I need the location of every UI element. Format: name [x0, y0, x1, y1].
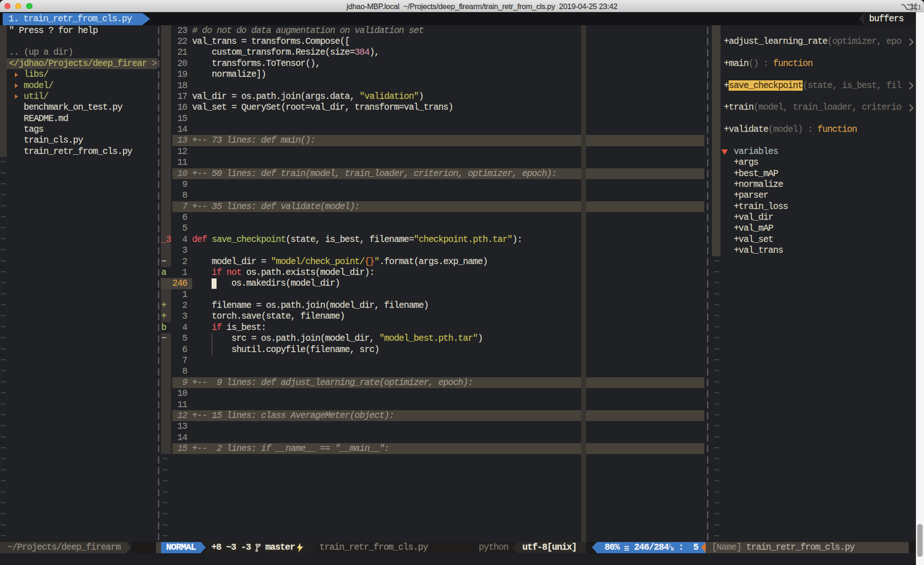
svg-text:1: 1	[918, 3, 920, 11]
